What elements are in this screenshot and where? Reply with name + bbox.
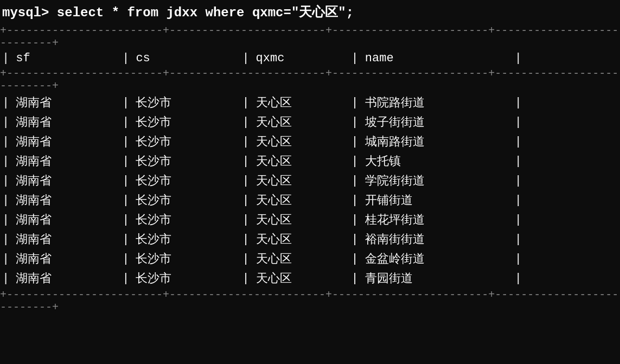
pipe: | xyxy=(0,52,11,65)
table-row: | 湖南省 | 长沙市 | 天心区 | 裕南街街道 | xyxy=(0,229,620,249)
table-row: | 湖南省 | 长沙市 | 天心区 | 城南路街道 | xyxy=(0,132,620,151)
pipe: | xyxy=(513,52,524,65)
table-row: | 湖南省 | 长沙市 | 天心区 | 书院路街道 | xyxy=(0,93,620,112)
table-row: | 湖南省 | 长沙市 | 天心区 | 青园街道 | xyxy=(0,269,620,288)
header-cs: cs xyxy=(131,52,240,65)
pipe: | xyxy=(120,52,131,65)
command-line: mysql> select * from jdxx where qxmc="天心… xyxy=(0,0,620,24)
header-sf: sf xyxy=(11,52,120,65)
table-border-header: +------------------------+--------------… xyxy=(0,67,620,93)
table-row: | 湖南省 | 长沙市 | 天心区 | 金盆岭街道 | xyxy=(0,249,620,269)
table-border-bottom: +------------------------+--------------… xyxy=(0,288,620,314)
table-row: | 湖南省 | 长沙市 | 天心区 | 坡子街街道 | xyxy=(0,112,620,132)
table-row: | 湖南省 | 长沙市 | 天心区 | 桂花坪街道 | xyxy=(0,210,620,229)
sql-command: select * from jdxx where qxmc="天心区"; xyxy=(57,5,354,20)
header-qxmc: qxmc xyxy=(252,52,349,65)
header-name: name xyxy=(361,52,513,65)
table-row: | 湖南省 | 长沙市 | 天心区 | 学院街街道 | xyxy=(0,171,620,190)
table-header-row: | sf | cs | qxmc | name | xyxy=(0,50,620,67)
terminal-window: mysql> select * from jdxx where qxmc="天心… xyxy=(0,0,620,364)
pipe: | xyxy=(240,52,251,65)
table-row: | 湖南省 | 长沙市 | 天心区 | 大托镇 | xyxy=(0,151,620,171)
pipe: | xyxy=(349,52,361,65)
result-table-wrapper: +------------------------+--------------… xyxy=(0,24,620,314)
table-row: | 湖南省 | 长沙市 | 天心区 | 开铺街道 | xyxy=(0,190,620,210)
table-border-top: +------------------------+--------------… xyxy=(0,24,620,50)
prompt: mysql> xyxy=(2,5,57,20)
